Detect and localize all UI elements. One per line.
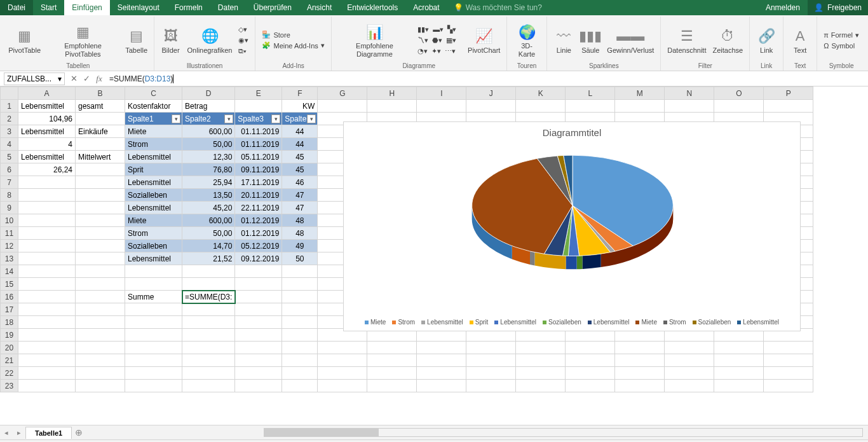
cell-F9[interactable]: 47	[282, 202, 318, 214]
cell-E15[interactable]	[235, 278, 282, 291]
row-header-6[interactable]: 6	[1, 163, 18, 176]
cell-E9[interactable]: 22.11.2019	[235, 202, 282, 214]
cell-N21[interactable]	[665, 354, 714, 367]
cell-A22[interactable]	[18, 367, 76, 380]
cell-C16[interactable]: Summe	[125, 291, 182, 303]
cell-D10[interactable]: 600,00	[182, 214, 235, 227]
tab-seitenlayout[interactable]: Seitenlayout	[110, 0, 167, 15]
btn-recommended-pivot[interactable]: ▦Empfohlene PivotTables	[44, 20, 121, 59]
cell-B6[interactable]	[76, 163, 125, 176]
cell-B3[interactable]: Einkäufe	[76, 125, 125, 138]
cell-F11[interactable]: 48	[282, 227, 318, 240]
cell-B14[interactable]	[76, 265, 125, 278]
tab-einfuegen[interactable]: Einfügen	[64, 0, 109, 15]
cell-K20[interactable]	[516, 342, 566, 354]
cell-B11[interactable]	[76, 227, 125, 240]
cell-D2[interactable]: Spalte2▾	[182, 113, 235, 125]
cell-O1[interactable]	[714, 100, 764, 113]
cell-E4[interactable]: 01.11.2019	[235, 138, 282, 151]
btn-store[interactable]: 🏪Store	[259, 30, 327, 39]
cell-N1[interactable]	[665, 100, 714, 113]
cell-J1[interactable]	[466, 100, 516, 113]
btn-link[interactable]: 🔗Link	[754, 25, 779, 56]
filter-dropdown-C[interactable]: ▾	[172, 114, 180, 123]
col-header-H[interactable]: H	[367, 87, 417, 100]
cell-P21[interactable]	[764, 354, 813, 367]
chart-title[interactable]: Diagrammtitel	[344, 122, 800, 143]
cell-F20[interactable]	[282, 342, 318, 354]
cell-F17[interactable]	[282, 303, 318, 316]
cell-B12[interactable]	[76, 240, 125, 252]
cell-A14[interactable]	[18, 265, 76, 278]
chart-object[interactable]: Diagrammtitel MieteStromLebensmittelSpri…	[343, 121, 801, 331]
btn-sparkline-winloss[interactable]: ▬▬Gewinn/Verlust	[604, 25, 656, 56]
row-header-21[interactable]: 21	[1, 354, 18, 367]
cell-M22[interactable]	[615, 367, 665, 380]
cell-F8[interactable]: 47	[282, 189, 318, 202]
cell-F16[interactable]	[282, 291, 318, 303]
row-header-3[interactable]: 3	[1, 125, 18, 138]
col-header-F[interactable]: F	[282, 87, 318, 100]
cell-A2[interactable]: 104,96	[18, 113, 76, 125]
filter-dropdown-E[interactable]: ▾	[271, 114, 280, 123]
cell-B7[interactable]	[76, 176, 125, 189]
cell-N22[interactable]	[665, 367, 714, 380]
cell-E2[interactable]: Spalte3▾	[235, 113, 282, 125]
cell-I20[interactable]	[417, 342, 466, 354]
tab-entwicklertools[interactable]: Entwicklertools	[339, 0, 405, 15]
btn-add-sheet[interactable]: ⊕	[72, 427, 86, 438]
cell-C13[interactable]: Lebensmittel	[125, 252, 182, 265]
cell-J21[interactable]	[466, 354, 516, 367]
cell-F18[interactable]	[282, 316, 318, 329]
cell-I23[interactable]	[417, 380, 466, 392]
cell-D9[interactable]: 45,20	[182, 202, 235, 214]
row-header-13[interactable]: 13	[1, 252, 18, 265]
cell-D11[interactable]: 50,00	[182, 227, 235, 240]
cell-H1[interactable]	[367, 100, 417, 113]
btn-chart-col[interactable]: ▮▮▾ ▬▾ ▚▾	[415, 25, 465, 34]
cell-D6[interactable]: 76,80	[182, 163, 235, 176]
btn-timeline[interactable]: ⏱Zeitachse	[710, 25, 745, 56]
cell-B1[interactable]: gesamt	[76, 100, 125, 113]
cell-B13[interactable]	[76, 252, 125, 265]
tab-acrobat[interactable]: Acrobat	[405, 0, 447, 15]
col-header-O[interactable]: O	[714, 87, 764, 100]
cell-N20[interactable]	[665, 342, 714, 354]
cell-G21[interactable]	[318, 354, 367, 367]
cell-E14[interactable]	[235, 265, 282, 278]
tab-formeln[interactable]: Formeln	[167, 0, 210, 15]
col-header-B[interactable]: B	[76, 87, 125, 100]
cell-E1[interactable]	[235, 100, 282, 113]
btn-slicer[interactable]: ☰Datenschnitt	[665, 25, 709, 56]
cell-D15[interactable]	[182, 278, 235, 291]
row-header-9[interactable]: 9	[1, 202, 18, 214]
cell-K1[interactable]	[516, 100, 566, 113]
cell-B10[interactable]	[76, 214, 125, 227]
cell-I21[interactable]	[417, 354, 466, 367]
cell-M23[interactable]	[615, 380, 665, 392]
cell-C2[interactable]: Spalte1▾	[125, 113, 182, 125]
col-header-G[interactable]: G	[318, 87, 367, 100]
col-header-N[interactable]: N	[665, 87, 714, 100]
cell-L20[interactable]	[566, 342, 615, 354]
btn-3dmap[interactable]: 🌍3D-Karte	[511, 20, 543, 59]
cell-J23[interactable]	[466, 380, 516, 392]
cell-C4[interactable]: Strom	[125, 138, 182, 151]
btn-screenshot[interactable]: ⧉▾	[236, 46, 251, 56]
row-header-15[interactable]: 15	[1, 278, 18, 291]
cell-O23[interactable]	[714, 380, 764, 392]
cell-A21[interactable]	[18, 354, 76, 367]
cell-A15[interactable]	[18, 278, 76, 291]
cell-B8[interactable]	[76, 189, 125, 202]
col-header-J[interactable]: J	[466, 87, 516, 100]
cell-E16[interactable]	[235, 291, 282, 303]
cell-B16[interactable]	[76, 291, 125, 303]
cell-B20[interactable]	[76, 342, 125, 354]
formula-input[interactable]: =SUMME(D3:D13)	[105, 74, 868, 83]
cell-B5[interactable]: Mittelwert	[76, 151, 125, 163]
cell-F13[interactable]: 50	[282, 252, 318, 265]
cell-L22[interactable]	[566, 367, 615, 380]
cell-H23[interactable]	[367, 380, 417, 392]
cell-E17[interactable]	[235, 303, 282, 316]
cell-P1[interactable]	[764, 100, 813, 113]
